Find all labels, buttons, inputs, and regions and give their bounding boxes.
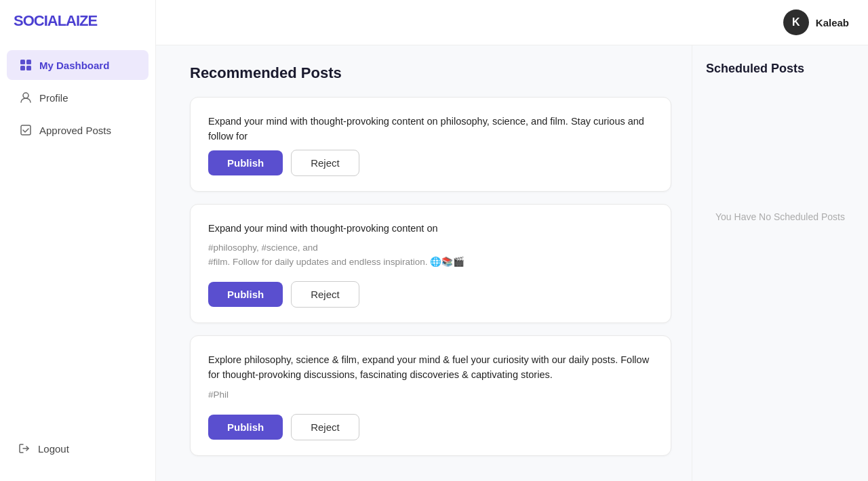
post-actions-1: Publish Reject [208,150,653,176]
svg-rect-5 [21,125,31,135]
svg-point-4 [23,93,28,98]
post-text-2: Expand your mind with thought-provoking … [208,221,653,236]
svg-rect-2 [20,66,25,70]
post-card-3: Explore philosophy, science & film, expa… [190,335,671,456]
reject-button-3[interactable]: Reject [291,414,359,440]
topbar: K Kaleab [156,0,868,45]
sidebar-item-profile-label: Profile [39,92,68,104]
post-tags-2: #philosophy, #science, and#film. Follow … [208,241,653,269]
post-text-1: Expand your mind with thought-provoking … [208,114,653,144]
sidebar-item-dashboard[interactable]: My Dashboard [7,50,149,80]
svg-rect-3 [26,66,31,70]
publish-button-2[interactable]: Publish [208,282,283,307]
logout-label: Logout [38,443,69,455]
publish-button-3[interactable]: Publish [208,415,283,440]
scheduled-title: Scheduled Posts [706,62,854,76]
sidebar: SOCIALAIZE My Dashboard Profile [0,0,156,481]
post-tags-3: #Phil [208,388,653,402]
post-card-1: Expand your mind with thought-provoking … [190,97,671,192]
posts-section: Recommended Posts Expand your mind with … [156,45,692,481]
avatar: K [783,9,809,35]
user-name: Kaleab [816,17,849,28]
section-title: Recommended Posts [190,64,671,82]
post-card-2: Expand your mind with thought-provoking … [190,204,671,323]
dashboard-icon [19,58,33,72]
sidebar-item-approved-posts[interactable]: Approved Posts [7,115,149,145]
approved-posts-icon [19,123,33,137]
sidebar-item-profile[interactable]: Profile [7,83,149,112]
app-logo: SOCIALAIZE [0,0,155,42]
sidebar-nav: My Dashboard Profile Approved Posts [0,42,155,423]
sidebar-item-approved-posts-label: Approved Posts [39,125,111,136]
content-area: Recommended Posts Expand your mind with … [156,45,868,481]
svg-rect-1 [26,60,31,64]
reject-button-1[interactable]: Reject [291,150,359,176]
post-text-3: Explore philosophy, science & film, expa… [208,352,653,383]
profile-icon [19,91,33,104]
post-actions-2: Publish Reject [208,281,653,308]
reject-button-2[interactable]: Reject [291,281,359,308]
sidebar-footer: Logout [0,423,155,481]
post-actions-3: Publish Reject [208,414,653,440]
logout-icon [18,442,31,455]
sidebar-item-dashboard-label: My Dashboard [39,60,109,71]
main-area: K Kaleab Recommended Posts Expand your m… [156,0,868,481]
logout-button[interactable]: Logout [12,435,143,462]
scheduled-section: Scheduled Posts You Have No Scheduled Po… [692,45,868,481]
svg-rect-0 [20,60,25,64]
publish-button-1[interactable]: Publish [208,150,283,175]
scheduled-empty: You Have No Scheduled Posts [706,211,854,222]
